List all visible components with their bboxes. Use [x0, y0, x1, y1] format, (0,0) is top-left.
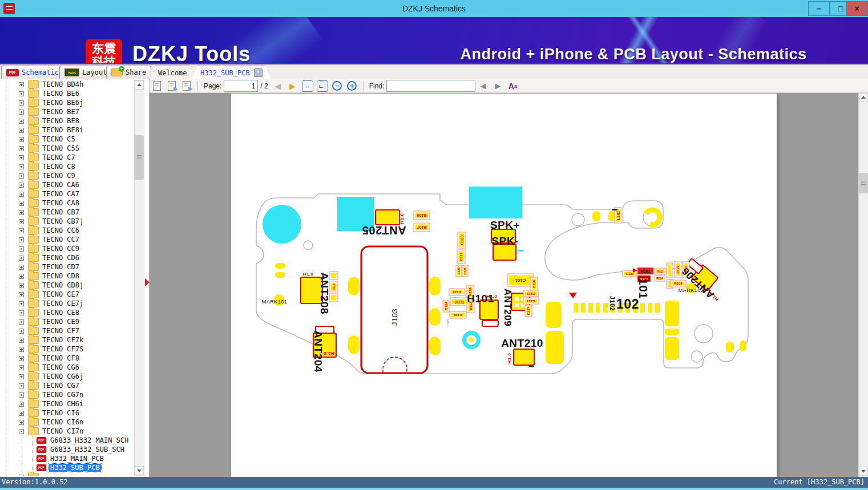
tree-folder[interactable]: +TECNO CD7	[0, 262, 134, 272]
scroll-down-button[interactable]	[859, 467, 868, 476]
tree-folder[interactable]: +TECNO CG7n	[0, 390, 134, 399]
tree-folder-label[interactable]: TECNO CA6	[41, 181, 80, 189]
fit-width-button[interactable]: ↔	[302, 80, 313, 92]
expander-icon[interactable]: +	[19, 301, 24, 306]
tree-folder[interactable]: +TECNO CD8	[0, 272, 134, 281]
tree-folder-label[interactable]: TECNO CD8j	[41, 281, 84, 289]
tree-folder[interactable]: +TECNO BE8	[0, 116, 134, 125]
scroll-down-button[interactable]	[135, 466, 144, 475]
tree-folder[interactable]: +TECNO CA7	[0, 189, 134, 199]
tree-folder[interactable]: +TECNO CF7S	[0, 345, 134, 354]
expander-icon[interactable]: +	[19, 411, 24, 416]
tab-schematic[interactable]: PDF Schematic	[1, 66, 64, 79]
tree-file-label[interactable]: G6833_H332_MAIN_SCH	[49, 436, 130, 444]
tree-folder-label[interactable]: TECNO CA8	[41, 199, 80, 207]
tree-folder[interactable]: +TECNO CH6i	[0, 399, 134, 408]
tree-folder-label[interactable]: TECNO CG6	[41, 363, 80, 371]
find-previous-button[interactable]: ◀	[477, 80, 489, 92]
tab-h332-sub-pcb[interactable]: H332_SUB_PCB ×	[192, 66, 271, 80]
font-case-button[interactable]: Aa	[506, 80, 519, 92]
tree-folder-label[interactable]: TECNO CF8	[41, 354, 80, 362]
expander-icon[interactable]: +	[19, 402, 24, 407]
expander-icon[interactable]: +	[19, 137, 24, 142]
tree-folder-label[interactable]: TECNO CD6	[41, 254, 80, 262]
fit-page-button[interactable]	[317, 80, 328, 92]
tree-file-label[interactable]: G6833_H332_SUB_SCH	[49, 446, 126, 453]
tree-folder[interactable]: +	[0, 472, 134, 476]
zoom-in-button[interactable]: +	[347, 81, 357, 91]
expander-icon[interactable]: +	[19, 110, 24, 115]
tree-folder-label[interactable]: TECNO CE8	[41, 309, 80, 317]
tab-welcome[interactable]: Welcome	[150, 66, 196, 80]
tree-folder[interactable]: +TECNO BE6j	[0, 98, 134, 107]
tree-folder-label[interactable]: TECNO BD4h	[41, 80, 84, 88]
scroll-up-button[interactable]	[135, 80, 144, 90]
tree-folder[interactable]: +TECNO CF8	[0, 354, 134, 363]
expander-icon[interactable]: +	[19, 283, 24, 288]
expander-icon[interactable]: +	[19, 91, 24, 96]
tree-folder[interactable]: +TECNO CF7	[0, 326, 134, 335]
expander-icon[interactable]: +	[19, 356, 24, 361]
tree-folder[interactable]: +TECNO CG6	[0, 363, 134, 372]
tree-folder[interactable]: -TECNO CI7n	[0, 427, 134, 436]
expander-icon[interactable]: +	[19, 274, 24, 279]
zoom-out-button[interactable]: −	[332, 81, 342, 91]
tree-folder[interactable]: +TECNO BE8i	[0, 125, 134, 135]
expander-icon[interactable]: +	[19, 475, 24, 477]
tree-folder[interactable]: +TECNO BE7	[0, 107, 134, 116]
prev-view-button[interactable]	[165, 80, 178, 92]
tree-folder[interactable]: +TECNO CF7k	[0, 335, 134, 345]
tree-folder[interactable]: +TECNO C5S	[0, 144, 134, 153]
tree-folder[interactable]: +TECNO C9	[0, 171, 134, 180]
tree-file-label[interactable]: H332_SUB_PCB	[49, 464, 101, 472]
next-view-button[interactable]	[180, 80, 193, 92]
tree-folder[interactable]: +TECNO CE7	[0, 290, 134, 299]
expander-icon[interactable]: +	[19, 128, 24, 133]
tree-folder-label[interactable]: TECNO CF7	[41, 327, 80, 335]
tree-folder[interactable]: +TECNO CC7	[0, 235, 134, 244]
expander-icon[interactable]: +	[19, 420, 24, 425]
tree-folder-label[interactable]: TECNO CG7	[41, 382, 80, 390]
find-next-button[interactable]: ▶	[491, 80, 504, 92]
tree-folder[interactable]: +TECNO CE8	[0, 308, 134, 317]
scrollbar-thumb[interactable]	[135, 135, 144, 180]
tree-folder-label[interactable]: TECNO CC9	[41, 245, 80, 253]
pcb-page[interactable]: B106B107C120C122C123C121C101C110C213C214…	[231, 94, 777, 477]
expander-icon[interactable]: -	[19, 429, 24, 434]
expander-icon[interactable]: +	[19, 183, 24, 188]
tree-file[interactable]: PDFH332_SUB_PCB	[0, 463, 134, 472]
tree-folder[interactable]: +TECNO CC9	[0, 244, 134, 253]
expander-icon[interactable]: +	[19, 164, 24, 169]
expander-icon[interactable]: +	[19, 365, 24, 370]
prev-page-button[interactable]: ◀	[272, 80, 284, 92]
expander-icon[interactable]: +	[19, 265, 24, 270]
expander-icon[interactable]: +	[19, 100, 24, 106]
expander-icon[interactable]: +	[19, 292, 24, 297]
tree-folder[interactable]: +TECNO CB7	[0, 208, 134, 217]
tree-file-label[interactable]: H332_MAIN_PCB	[49, 455, 105, 463]
expander-icon[interactable]: +	[19, 256, 24, 261]
tree-folder-label[interactable]: TECNO CC7	[41, 236, 80, 244]
tab-close-icon[interactable]: ×	[254, 68, 263, 77]
tree-folder[interactable]: +TECNO CE9	[0, 317, 134, 326]
tree-folder-label[interactable]: TECNO C5S	[41, 144, 80, 152]
expander-icon[interactable]: +	[19, 173, 24, 179]
tree-folder-label[interactable]: TECNO CD8	[41, 272, 80, 280]
tree-folder-label[interactable]: TECNO CF7S	[41, 345, 84, 353]
expander-icon[interactable]: +	[19, 192, 24, 197]
tree-folder-label[interactable]: TECNO CE9	[41, 318, 80, 326]
tab-share[interactable]: Share	[106, 66, 151, 79]
expander-icon[interactable]: +	[19, 246, 24, 252]
tree-folder[interactable]: +TECNO CD8j	[0, 281, 134, 290]
tree-folder[interactable]: +TECNO CE7j	[0, 299, 134, 308]
expander-icon[interactable]: +	[19, 374, 24, 379]
tree-folder-label[interactable]: TECNO BE6	[41, 90, 80, 98]
expander-icon[interactable]: +	[19, 237, 24, 242]
tree-folder-label[interactable]: TECNO CI7n	[41, 427, 84, 435]
tree-folder-label[interactable]: TECNO CA7	[41, 190, 80, 198]
expander-icon[interactable]: +	[19, 201, 24, 206]
tree-folder[interactable]: +TECNO C8	[0, 162, 134, 171]
expander-icon[interactable]: +	[19, 155, 24, 160]
tree-folder-label[interactable]: TECNO CG7n	[41, 391, 84, 399]
tree-folder[interactable]: +TECNO BE6	[0, 89, 134, 98]
